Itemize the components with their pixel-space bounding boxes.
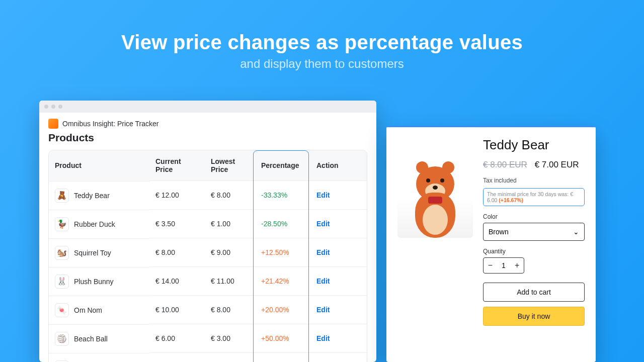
- cell-current-price: € 8.00: [149, 238, 205, 267]
- col-action: Action: [310, 150, 367, 181]
- cell-product: 🪣Sand Bucket: [49, 353, 149, 363]
- product-image: [397, 137, 473, 238]
- product-title: Teddy Bear: [483, 137, 585, 153]
- product-thumb-icon: 🏐: [55, 332, 69, 346]
- cell-product: 🍬Om Nom: [49, 296, 149, 324]
- app-header: Omnibus Insight: Price Tracker: [48, 119, 367, 129]
- buy-now-button[interactable]: Buy it now: [483, 307, 585, 326]
- quantity-label: Quantity: [483, 248, 585, 255]
- omnibus-price-notice: The minimal price for 30 days was: € 6.0…: [483, 188, 585, 206]
- col-current: Current Price: [149, 150, 205, 181]
- edit-link[interactable]: Edit: [316, 191, 330, 199]
- table-header-row: Product Current Price Lowest Price Perce…: [49, 150, 367, 181]
- cell-lowest-price: € 8.00: [205, 181, 255, 210]
- cell-percentage: +20.00%: [255, 296, 310, 324]
- product-thumb-icon: 🪣: [55, 360, 69, 363]
- cell-percentage: +25.00%: [255, 353, 310, 363]
- app-name: Omnibus Insight: Price Tracker: [62, 120, 158, 128]
- product-thumb-icon: 🦆: [55, 217, 69, 231]
- cell-percentage: +12.50%: [255, 238, 310, 267]
- page-title: Products: [48, 132, 367, 144]
- col-product: Product: [49, 150, 149, 181]
- cell-lowest-price: € 8.00: [205, 296, 255, 324]
- qty-increment-button[interactable]: +: [510, 261, 524, 270]
- cell-percentage: -28.50%: [255, 210, 310, 238]
- products-table: Product Current Price Lowest Price Perce…: [48, 150, 367, 362]
- cell-product: 🐰Plush Bunny: [49, 267, 149, 296]
- window-dot-icon: [58, 105, 62, 109]
- storefront-card: Teddy Bear € 8.00 EUR € 7.00 EUR Tax inc…: [386, 126, 596, 362]
- headline-subtitle: and display them to customers: [0, 57, 644, 71]
- current-price: € 7.00 EUR: [535, 160, 579, 169]
- cell-current-price: € 4.00: [149, 353, 205, 363]
- cell-product: 🐿️Squirrel Toy: [49, 238, 149, 267]
- cell-product: 🦆Rubber Duck: [49, 210, 149, 238]
- edit-link[interactable]: Edit: [316, 220, 330, 228]
- table-row: 🪣Sand Bucket€ 4.00€ 3.00+25.00%Edit: [49, 353, 367, 363]
- product-name: Beach Ball: [74, 335, 108, 343]
- cell-current-price: € 6.00: [149, 324, 205, 353]
- product-name: Rubber Duck: [74, 220, 115, 228]
- cell-percentage: -33.33%: [255, 181, 310, 210]
- cell-current-price: € 3.50: [149, 210, 205, 238]
- color-select[interactable]: Brown ⌄: [483, 223, 585, 241]
- table-row: 🧸Teddy Bear€ 12.00€ 8.00-33.33%Edit: [49, 181, 367, 210]
- cell-current-price: € 10.00: [149, 296, 205, 324]
- product-thumb-icon: 🧸: [55, 189, 69, 203]
- cell-product: 🧸Teddy Bear: [49, 181, 149, 210]
- add-to-cart-button[interactable]: Add to cart: [483, 283, 585, 302]
- window-titlebar: [39, 101, 376, 113]
- qty-value: 1: [497, 261, 511, 269]
- cell-lowest-price: € 9.00: [205, 238, 255, 267]
- window-dot-icon: [44, 105, 48, 109]
- cell-product: 🏐Beach Ball: [49, 324, 149, 353]
- app-logo-icon: [48, 119, 58, 129]
- chevron-down-icon: ⌄: [573, 228, 579, 236]
- product-name: Plush Bunny: [74, 278, 114, 286]
- table-row: 🐰Plush Bunny€ 14.00€ 11.00+21.42%Edit: [49, 267, 367, 296]
- edit-link[interactable]: Edit: [316, 277, 330, 285]
- quantity-stepper[interactable]: − 1 +: [483, 257, 524, 274]
- cell-current-price: € 12.00: [149, 181, 205, 210]
- color-label: Color: [483, 213, 585, 220]
- teddy-bear-icon: [405, 162, 465, 238]
- cell-lowest-price: € 3.00: [205, 324, 255, 353]
- window-dot-icon: [51, 105, 55, 109]
- cell-lowest-price: € 3.00: [205, 353, 255, 363]
- qty-decrement-button[interactable]: −: [484, 261, 497, 270]
- price-line: € 8.00 EUR € 7.00 EUR: [483, 160, 585, 170]
- omnibus-delta: (+16.67%): [499, 197, 523, 203]
- cell-current-price: € 14.00: [149, 267, 205, 296]
- edit-link[interactable]: Edit: [316, 334, 330, 342]
- edit-link[interactable]: Edit: [316, 306, 330, 314]
- color-value: Brown: [489, 228, 509, 236]
- cell-lowest-price: € 11.00: [205, 267, 255, 296]
- headline-title: View price changes as percentage values: [0, 31, 644, 54]
- table-row: 🏐Beach Ball€ 6.00€ 3.00+50.00%Edit: [49, 324, 367, 353]
- admin-window: Omnibus Insight: Price Tracker Products …: [39, 101, 376, 362]
- col-lowest: Lowest Price: [205, 150, 255, 181]
- cell-percentage: +21.42%: [255, 267, 310, 296]
- tax-note: Tax included: [483, 177, 585, 184]
- table-row: 🐿️Squirrel Toy€ 8.00€ 9.00+12.50%Edit: [49, 238, 367, 267]
- product-thumb-icon: 🐰: [55, 275, 69, 289]
- product-name: Om Nom: [74, 306, 102, 314]
- table-row: 🦆Rubber Duck€ 3.50€ 1.00-28.50%Edit: [49, 210, 367, 238]
- old-price: € 8.00 EUR: [483, 160, 527, 169]
- edit-link[interactable]: Edit: [316, 248, 330, 256]
- product-name: Squirrel Toy: [74, 249, 111, 257]
- cell-lowest-price: € 1.00: [205, 210, 255, 238]
- product-name: Teddy Bear: [74, 192, 110, 200]
- cell-percentage: +50.00%: [255, 324, 310, 353]
- col-percentage: Percentage: [255, 150, 310, 181]
- product-thumb-icon: 🐿️: [55, 246, 69, 260]
- product-thumb-icon: 🍬: [55, 303, 69, 317]
- table-row: 🍬Om Nom€ 10.00€ 8.00+20.00%Edit: [49, 296, 367, 324]
- marketing-headline: View price changes as percentage values …: [0, 31, 644, 71]
